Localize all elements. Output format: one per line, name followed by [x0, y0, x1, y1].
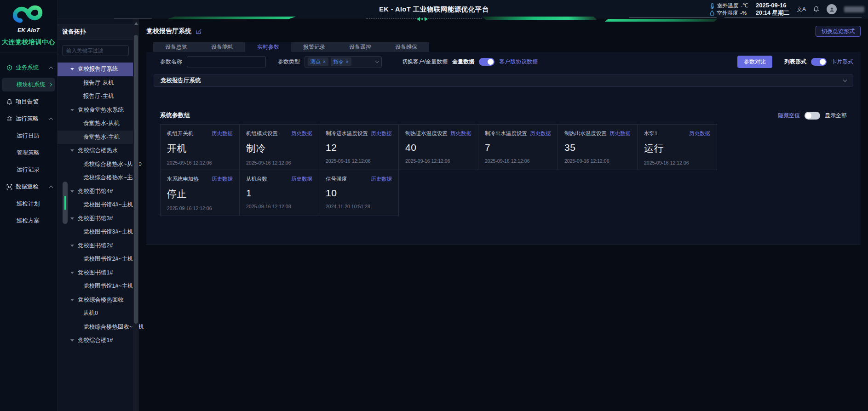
sidebar-item-project-alarm[interactable]: 项目告警 [0, 95, 57, 108]
param-card-value: 7 [485, 142, 551, 153]
tree-item[interactable]: 报告厅-从机 [57, 76, 139, 90]
caret-down-icon[interactable] [70, 109, 74, 111]
notification-bell-icon[interactable] [813, 6, 819, 12]
param-card-timestamp: 2025-09-16 12:12:06 [564, 158, 631, 164]
sidebar-item-manage-strategy[interactable]: 管理策略 [2, 146, 55, 160]
param-card-label: 制热出水温度设置 [564, 130, 607, 137]
param-compare-button[interactable]: 参数对比 [737, 56, 772, 68]
param-name-input[interactable] [187, 56, 266, 68]
history-data-link[interactable]: 历史数据 [689, 130, 710, 137]
close-icon[interactable]: × [323, 59, 326, 64]
caret-down-icon[interactable] [70, 149, 74, 152]
history-data-link[interactable]: 历史数据 [291, 130, 312, 137]
tree-item[interactable]: 从机0 [57, 307, 139, 320]
client-data-toggle[interactable] [479, 58, 494, 66]
tab-设备遥控[interactable]: 设备遥控 [337, 42, 383, 52]
tree-item[interactable]: 党校图书馆1# [57, 266, 139, 280]
sidebar-nav: 业务系统模块机系统项目告警运行策略运行日历管理策略运行记录数据巡检巡检计划巡检方… [0, 61, 57, 228]
history-data-link[interactable]: 历史数据 [530, 130, 551, 137]
switch-overview-button[interactable]: 切换总览形式 [816, 26, 861, 37]
param-card-timestamp: 2025-09-16 12:12:06 [246, 160, 312, 166]
history-data-link[interactable]: 历史数据 [291, 176, 312, 183]
caret-down-icon[interactable] [70, 68, 74, 70]
param-card: 制热进水温度设置历史数据402025-09-16 12:12:06 [399, 124, 478, 170]
tree-item[interactable]: 党校图书馆3#~主机 [57, 225, 139, 239]
sidebar-item-run-record[interactable]: 运行记录 [2, 163, 55, 177]
tree-item[interactable]: 党校综合楼热水 [57, 144, 139, 158]
edit-icon[interactable] [195, 29, 201, 34]
tree-item[interactable]: 党校图书馆3# [57, 212, 139, 226]
sidebar-item-inspection-scheme[interactable]: 巡检方案 [2, 214, 55, 228]
history-data-link[interactable]: 历史数据 [609, 130, 631, 137]
tag-label: 指令 [333, 58, 344, 65]
history-data-link[interactable]: 历史数据 [371, 130, 392, 137]
tab-实时参数[interactable]: 实时参数 [245, 42, 291, 52]
tab-设备总览[interactable]: 设备总览 [153, 42, 199, 52]
scan-icon [6, 184, 12, 190]
sidebar-item-business-system[interactable]: 业务系统 [0, 61, 57, 74]
scrollbar-thumb[interactable] [134, 35, 138, 324]
tree-item[interactable]: 党校综合楼热水~主机 [57, 171, 139, 185]
sidebar-item-run-calendar[interactable]: 运行日历 [2, 129, 55, 143]
tree-item[interactable]: 党校综合楼热回收~主机 [57, 320, 139, 334]
tree-item[interactable]: 党校综合楼1# [57, 334, 139, 348]
sidebar-item-inspection-plan[interactable]: 巡检计划 [2, 197, 55, 211]
panel-collapse-handle[interactable] [63, 182, 68, 224]
caret-down-icon[interactable] [70, 217, 74, 220]
tab-报警记录[interactable]: 报警记录 [291, 42, 337, 52]
param-card-label: 水泵1 [644, 130, 657, 137]
tree-item[interactable]: 党校食堂热水系统 [57, 103, 139, 117]
close-icon[interactable]: × [346, 59, 349, 64]
tree-item[interactable]: 党校图书馆2#~主机 [57, 252, 139, 266]
tree-search-input[interactable] [62, 45, 129, 56]
history-data-link[interactable]: 历史数据 [212, 130, 233, 137]
caret-down-icon[interactable] [70, 190, 74, 193]
tree-item[interactable]: 党校报告厅系统 [57, 63, 139, 76]
system-collapse-bar[interactable]: 党校报告厅系统 [154, 74, 853, 87]
tree-item-label: 党校综合楼热水 [78, 147, 118, 154]
tab-设备维保[interactable]: 设备维保 [383, 42, 429, 52]
user-avatar-icon[interactable] [827, 4, 837, 14]
sidebar-item-data-inspection[interactable]: 数据巡检 [0, 180, 57, 194]
sidebar-item-module-machine-system[interactable]: 模块机系统 [2, 78, 55, 91]
tree-item[interactable]: 报告厅-主机 [57, 90, 139, 103]
caret-down-icon[interactable] [70, 299, 74, 301]
history-data-link[interactable]: 历史数据 [212, 176, 233, 183]
param-card-label: 从机台数 [246, 176, 267, 183]
tree-item[interactable]: 党校综合楼热回收 [57, 293, 139, 307]
sidebar-item-run-strategy[interactable]: 运行策略 [0, 112, 57, 126]
param-type-select[interactable]: 测点×指令× [305, 56, 382, 68]
tree-scrollbar[interactable] [133, 18, 139, 411]
tree-item[interactable]: 党校图书馆4# [57, 185, 139, 199]
language-icon[interactable]: 文A [797, 6, 806, 13]
param-card-grid: 机组开关机历史数据开机2025-09-16 12:12:06机组模式设置历史数据… [160, 124, 717, 216]
full-data-label: 全量数据 [452, 58, 474, 66]
page-title: 党校报告厅系统 [146, 27, 191, 35]
chevron-up-icon[interactable] [49, 117, 53, 121]
history-data-link[interactable]: 历史数据 [371, 176, 392, 183]
view-mode-toggle[interactable] [811, 58, 827, 66]
strategy-icon [6, 116, 12, 122]
collapse-chevron-icon[interactable] [843, 78, 847, 81]
tree-item-label: 食堂热水-主机 [83, 133, 120, 141]
tree-item[interactable]: 党校图书馆1#~主机 [57, 280, 139, 293]
tree-item[interactable]: 党校图书馆2# [57, 239, 139, 253]
param-card: 制热出水温度设置历史数据352025-09-16 12:12:06 [558, 124, 638, 170]
primary-sidebar: EK AIoT 大连党校培训中心 业务系统模块机系统项目告警运行策略运行日历管理… [0, 0, 57, 411]
history-data-link[interactable]: 历史数据 [450, 130, 471, 137]
scrollbar-up-arrow-icon[interactable] [134, 22, 138, 25]
current-date: 2025-09-16 [756, 2, 787, 9]
caret-down-icon[interactable] [70, 272, 74, 274]
caret-down-icon[interactable] [70, 245, 74, 247]
top-header: EK - AIoT 工业物联网能源优化平台 室外温度 -℃ 室外湿度 -% [0, 0, 868, 18]
chevron-up-icon[interactable] [49, 66, 53, 70]
tree-item[interactable]: 党校综合楼热水~从机0 [57, 158, 139, 171]
user-name-blurred[interactable] [844, 6, 864, 12]
tree-item[interactable]: 食堂热水-主机 [57, 131, 139, 144]
caret-down-icon[interactable] [70, 339, 74, 342]
chevron-up-icon[interactable] [49, 185, 53, 189]
tab-设备能耗[interactable]: 设备能耗 [199, 42, 245, 52]
tree-item[interactable]: 食堂热水-从机 [57, 117, 139, 131]
tree-item[interactable]: 党校图书馆4#~主机 [57, 198, 139, 212]
hide-empty-toggle[interactable] [805, 112, 820, 120]
